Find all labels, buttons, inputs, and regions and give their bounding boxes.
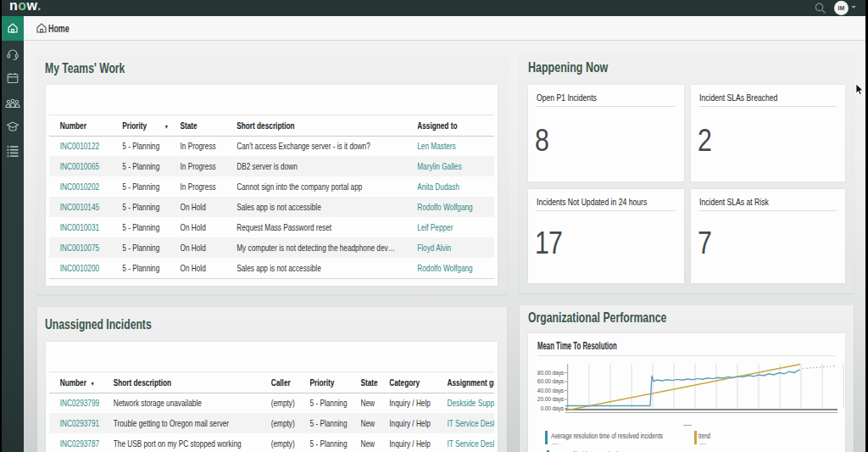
- svg-text:40.00 days: 40.00 days: [537, 388, 565, 394]
- svg-text:80.00 days: 80.00 days: [537, 370, 565, 377]
- svg-text:20.00 days: 20.00 days: [537, 396, 565, 403]
- svg-text:60.00 days: 60.00 days: [537, 378, 565, 385]
- svg-text:0.00 days: 0.00 days: [540, 405, 564, 412]
